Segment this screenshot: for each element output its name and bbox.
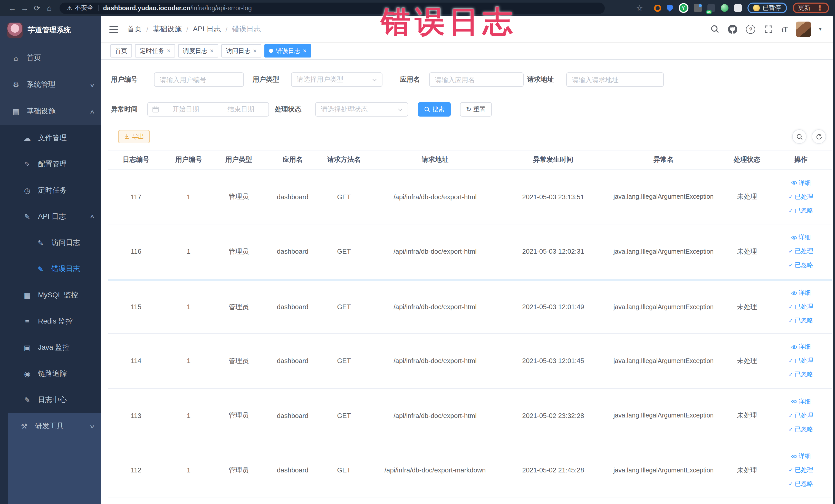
detail-link[interactable]: 详细 — [791, 398, 811, 406]
paused-badge[interactable]: 已暂停 — [747, 3, 787, 13]
tab-scheduled-tasks[interactable]: 定时任务× — [135, 44, 175, 58]
extension-shield-icon[interactable] — [667, 4, 673, 12]
mark-processed-link[interactable]: ✓已处理 — [789, 411, 813, 420]
search-button[interactable]: 搜索 — [418, 102, 451, 117]
on-badge: on — [706, 10, 712, 14]
sidebar-item-java-monitor[interactable]: ▣ Java 监控 — [0, 334, 101, 361]
bookmark-star-icon[interactable]: ☆ — [636, 3, 643, 13]
detail-link[interactable]: 详细 — [791, 289, 811, 298]
sidebar-item-dev-tools[interactable]: ⚒ 研发工具 ∨ — [0, 413, 101, 440]
user-type-select[interactable]: 请选择用户类型 — [291, 73, 383, 87]
extension-orange-icon[interactable] — [654, 4, 661, 12]
table-header-cell: 用户类型 — [213, 155, 264, 165]
sidebar-item-api-log[interactable]: ✎ API 日志 ∧ — [0, 203, 101, 229]
tab-close-icon[interactable]: × — [210, 47, 213, 55]
tab-schedule-log[interactable]: 调度日志× — [178, 44, 218, 58]
mark-processed-link[interactable]: ✓已处理 — [789, 466, 813, 475]
tab-error-log[interactable]: 错误日志× — [264, 44, 311, 58]
request-url-input[interactable] — [566, 73, 664, 87]
kebab-menu-icon[interactable]: ⋮ — [816, 4, 823, 12]
status-badge: 未处理 — [724, 302, 770, 312]
browser-chrome: ← → ⟳ ⌂ ⚠ 不安全 dashboard.yudao.iocoder.cn… — [0, 0, 835, 16]
mark-ignored-link[interactable]: ✓已忽略 — [789, 261, 813, 270]
app-logo-row[interactable]: 芋道管理系统 — [0, 16, 101, 45]
breadcrumb-api-log[interactable]: API 日志 — [193, 24, 221, 34]
sidebar-item-log-center[interactable]: ✎ 日志中心 — [0, 387, 101, 413]
table-header-cell: 用户编号 — [164, 155, 213, 165]
mark-processed-link[interactable]: ✓已处理 — [789, 247, 813, 256]
navbar: 首页 / 基础设施 / API 日志 / 错误日志 ? tT ▾ — [101, 16, 835, 43]
detail-link[interactable]: 详细 — [791, 234, 811, 242]
detail-link[interactable]: 详细 — [791, 343, 811, 351]
user-id-input[interactable] — [154, 73, 244, 87]
github-icon[interactable] — [728, 24, 738, 34]
sidebar-toggle-icon[interactable] — [109, 25, 118, 33]
url-path[interactable]: /infra/log/api-error-log — [190, 4, 252, 12]
mark-processed-link[interactable]: ✓已处理 — [789, 357, 813, 365]
active-tab-dot — [269, 49, 273, 53]
chevron-down-icon: ∨ — [89, 82, 95, 87]
user-id-label: 用户编号 — [111, 73, 138, 87]
mark-ignored-link[interactable]: ✓已忽略 — [789, 480, 813, 489]
sidebar-item-trace[interactable]: ◉ 链路追踪 — [0, 361, 101, 387]
extensions-puzzle-icon[interactable] — [734, 4, 741, 12]
process-status-select[interactable]: 请选择处理状态 — [315, 102, 408, 117]
reset-button[interactable]: ↻ 重置 — [460, 102, 492, 117]
app-name-input[interactable] — [429, 73, 524, 87]
export-button[interactable]: 导出 — [118, 130, 150, 143]
sidebar-item-access-log[interactable]: ✎ 访问日志 — [0, 229, 101, 256]
mark-ignored-link[interactable]: ✓已忽略 — [789, 370, 813, 379]
sidebar-item-mysql-monitor[interactable]: ▦ MySQL 监控 — [0, 282, 101, 308]
breadcrumb-infrastructure[interactable]: 基础设施 — [153, 24, 182, 34]
avatar-caret-icon[interactable]: ▾ — [819, 26, 822, 32]
page-scrollbar[interactable] — [833, 16, 835, 504]
sidebar-item-redis-monitor[interactable]: ≡ Redis 监控 — [0, 308, 101, 334]
tab-close-icon[interactable]: × — [303, 47, 306, 55]
divider — [98, 5, 99, 11]
home-icon: ⌂ — [11, 54, 21, 62]
tab-close-icon[interactable]: × — [253, 47, 257, 55]
sidebar-item-file-mgmt[interactable]: ☁ 文件管理 — [0, 125, 101, 151]
sidebar-item-system-mgmt[interactable]: ⚙ 系统管理 ∨ — [0, 72, 101, 98]
extension-grid-icon[interactable] — [694, 4, 701, 12]
detail-link[interactable]: 详细 — [791, 452, 811, 461]
refresh-table-button[interactable] — [812, 129, 826, 144]
fullscreen-icon[interactable] — [763, 24, 774, 34]
sidebar-item-config-mgmt[interactable]: ✎ 配置管理 — [0, 151, 101, 177]
mark-processed-link[interactable]: ✓已处理 — [789, 193, 813, 201]
help-icon[interactable]: ? — [746, 24, 756, 34]
font-size-icon[interactable]: tT — [781, 25, 788, 33]
infrastructure-icon: ▤ — [11, 107, 21, 116]
mark-ignored-link[interactable]: ✓已忽略 — [789, 425, 813, 434]
exception-time-range-picker[interactable]: 开始日期 - 结束日期 — [147, 102, 269, 117]
home-icon[interactable]: ⌂ — [43, 0, 56, 16]
extension-y-icon[interactable]: Y — [678, 3, 688, 13]
sidebar-item-infrastructure[interactable]: ▤ 基础设施 ∧ — [0, 98, 101, 125]
sidebar-item-scheduled-tasks[interactable]: ◷ 定时任务 — [0, 177, 101, 203]
reload-icon[interactable]: ⟳ — [31, 0, 43, 16]
url-domain[interactable]: dashboard.yudao.iocoder.cn — [103, 4, 190, 12]
check-icon: ✓ — [789, 304, 793, 310]
forward-icon[interactable]: → — [19, 0, 31, 16]
security-label[interactable]: 不安全 — [75, 4, 94, 12]
tab-access-log[interactable]: 访问日志× — [221, 44, 261, 58]
mark-processed-link[interactable]: ✓已处理 — [789, 303, 813, 311]
sidebar-item-error-log[interactable]: ✎ 错误日志 — [0, 256, 101, 282]
breadcrumb-home[interactable]: 首页 — [127, 24, 142, 34]
mark-ignored-link[interactable]: ✓已忽略 — [789, 206, 813, 215]
update-button[interactable]: 更新 ⋮ — [792, 3, 829, 13]
extension-switch-icon[interactable]: on — [707, 4, 715, 12]
chevron-down-icon — [371, 76, 378, 83]
user-avatar[interactable] — [796, 21, 811, 37]
toggle-search-button[interactable] — [792, 129, 807, 144]
search-icon[interactable] — [710, 24, 720, 34]
sidebar-item-home[interactable]: ⌂ 首页 — [0, 45, 101, 72]
detail-link[interactable]: 详细 — [791, 179, 811, 187]
tab-close-icon[interactable]: × — [167, 47, 170, 55]
mark-ignored-link[interactable]: ✓已忽略 — [789, 317, 813, 325]
extension-sprout-icon[interactable] — [720, 4, 728, 12]
page-content: 用户编号 用户类型 请选择用户类型 应用名 请求地址 异常时间 开始日期 - 结… — [101, 60, 835, 504]
tab-home[interactable]: 首页 — [110, 44, 132, 58]
address-bar[interactable]: ⚠ 不安全 dashboard.yudao.iocoder.cn /infra/… — [60, 2, 605, 14]
back-icon[interactable]: ← — [6, 0, 19, 16]
